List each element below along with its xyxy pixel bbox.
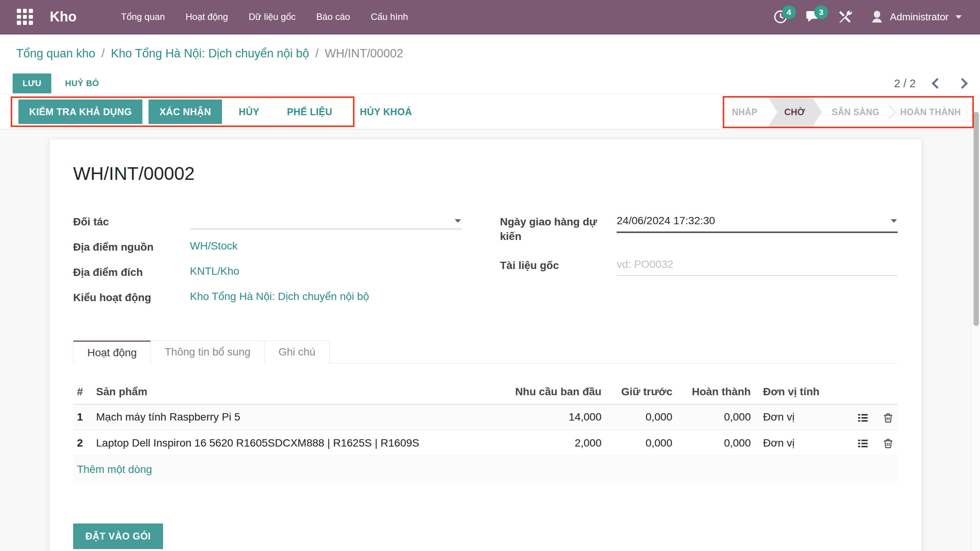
scheduled-date-value: 24/06/2024 17:32:30 <box>617 215 715 227</box>
table-row[interactable]: 2 Laptop Dell Inspiron 16 5620 R1605SDCX… <box>73 430 898 456</box>
breadcrumb-separator: / <box>101 47 105 60</box>
chevron-down-icon[interactable] <box>891 219 897 223</box>
partner-input[interactable] <box>190 214 462 229</box>
validate-button[interactable]: XÁC NHẬN <box>149 99 222 124</box>
debug-tools-button[interactable] <box>837 9 853 24</box>
state-draft[interactable]: NHÁP <box>722 96 768 128</box>
add-line-row: Thêm một dòng <box>73 456 898 483</box>
menu-reporting[interactable]: Báo cáo <box>309 0 358 34</box>
avatar <box>869 9 885 24</box>
control-panel: LƯU HUỶ BỎ 2 / 2 <box>0 73 980 94</box>
tab-notes[interactable]: Ghi chú <box>264 341 330 364</box>
breadcrumb-separator: / <box>315 47 319 60</box>
menu-configuration[interactable]: Cấu hình <box>363 0 415 34</box>
unlock-button[interactable]: HỦY KHOÁ <box>349 106 423 117</box>
row-reserved: 0,000 <box>605 430 676 456</box>
statusbar: KIỂM TRA KHẢ DỤNG XÁC NHẬN HỦY PHẾ LIỆU … <box>0 94 980 129</box>
user-menu[interactable]: Administrator <box>869 9 962 24</box>
pager-previous-icon[interactable] <box>932 78 942 89</box>
operation-type-label: Kiểu hoạt động <box>73 290 190 305</box>
source-location-value[interactable]: WH/Stock <box>190 239 462 253</box>
operation-type-value[interactable]: Kho Tổng Hà Nội: Dịch chuyển nội bộ <box>190 290 462 303</box>
put-in-pack-button[interactable]: ĐẶT VÀO GÓI <box>73 523 163 549</box>
row-index: 1 <box>73 404 92 430</box>
state-done[interactable]: HOÀN THÀNH <box>890 96 971 128</box>
row-product[interactable]: Mạch máy tính Raspberry Pi 5 <box>92 404 508 430</box>
detailed-operations-icon[interactable] <box>857 412 869 424</box>
scrollbar-track[interactable] <box>972 94 980 551</box>
add-line-link[interactable]: Thêm một dòng <box>73 456 898 483</box>
chevron-down-icon[interactable] <box>455 219 461 223</box>
delete-row-icon[interactable] <box>882 438 894 449</box>
move-lines-table: # Sản phẩm Nhu cầu ban đầu Giữ trước Hoà… <box>73 383 898 483</box>
detailed-operations-icon[interactable] <box>857 438 869 449</box>
header-done: Hoàn thành <box>676 383 755 404</box>
scrollbar-thumb[interactable] <box>973 112 979 326</box>
tab-additional-info[interactable]: Thông tin bổ sung <box>150 341 265 364</box>
row-uom[interactable]: Đơn vị <box>755 430 843 456</box>
row-demand[interactable]: 14,000 <box>508 404 605 430</box>
field-column-left: Đối tác Địa điểm nguồn WH/Stock Địa điểm… <box>73 214 462 315</box>
table-row[interactable]: 1 Mạch máy tính Raspberry Pi 5 14,000 0,… <box>73 404 898 430</box>
top-navbar: Kho Tổng quan Hoạt động Dữ liệu gốc Báo … <box>0 0 980 34</box>
discard-button[interactable]: HUỶ BỎ <box>63 78 101 89</box>
scheduled-date-input[interactable]: 24/06/2024 17:32:30 <box>617 214 898 233</box>
apps-grid-icon[interactable] <box>17 9 33 25</box>
breadcrumb-link-overview[interactable]: Tổng quan kho <box>16 47 95 60</box>
save-button[interactable]: LƯU <box>13 73 51 93</box>
chevron-down-icon <box>956 15 962 19</box>
source-document-label: Tài liệu gốc <box>500 258 617 273</box>
row-index: 2 <box>73 430 92 456</box>
notebook-tabs: Hoạt động Thông tin bổ sung Ghi chú <box>73 340 898 364</box>
form-sheet: WH/INT/00002 Đối tác Địa điểm nguồn WH/S… <box>49 139 922 551</box>
partner-label: Đối tác <box>73 214 190 229</box>
header-reserved: Giữ trước <box>605 383 676 404</box>
activities-badge: 4 <box>782 5 796 19</box>
header-icons <box>843 383 898 404</box>
pager: 2 / 2 <box>894 77 966 90</box>
row-uom[interactable]: Đơn vị <box>755 404 843 430</box>
field-operation-type: Kiểu hoạt động Kho Tổng Hà Nội: Dịch chu… <box>73 290 462 306</box>
scheduled-date-label: Ngày giao hàng dự kiến <box>500 214 617 244</box>
row-product[interactable]: Laptop Dell Inspiron 16 5620 R1605SDCXM8… <box>92 430 508 456</box>
navbar-systray: 4 3 Administrator <box>773 9 969 24</box>
tools-icon <box>837 9 853 24</box>
activities-button[interactable]: 4 <box>773 9 788 24</box>
source-location-label: Địa điểm nguồn <box>73 239 190 254</box>
source-document-input[interactable]: vd: PO0032 <box>617 258 898 276</box>
messages-button[interactable]: 3 <box>805 9 820 24</box>
row-demand[interactable]: 2,000 <box>508 430 605 456</box>
page-title: WH/INT/00002 <box>73 163 898 184</box>
header-index: # <box>73 383 92 404</box>
menu-master-data[interactable]: Dữ liệu gốc <box>241 0 304 34</box>
tab-operations[interactable]: Hoạt động <box>73 341 151 364</box>
row-done[interactable]: 0,000 <box>676 404 755 430</box>
field-column-right: Ngày giao hàng dự kiến 24/06/2024 17:32:… <box>500 214 898 315</box>
pager-next-icon[interactable] <box>957 78 968 89</box>
row-done[interactable]: 0,000 <box>676 430 755 456</box>
state-waiting[interactable]: CHỜ <box>768 96 822 128</box>
main-menu: Tổng quan Hoạt động Dữ liệu gốc Báo cáo … <box>113 0 416 34</box>
check-availability-button[interactable]: KIỂM TRA KHẢ DỤNG <box>18 99 142 124</box>
menu-operations[interactable]: Hoạt động <box>178 0 236 34</box>
dest-location-value[interactable]: KNTL/Kho <box>190 264 462 278</box>
breadcrumb-current: WH/INT/00002 <box>325 47 403 60</box>
scrap-button[interactable]: PHẾ LIỆU <box>276 106 343 117</box>
status-pipeline: NHÁP CHỜ SẴN SÀNG HOÀN THÀNH <box>722 96 971 128</box>
header-uom: Đơn vị tính <box>755 383 843 404</box>
statusbar-buttons: KIỂM TRA KHẢ DỤNG XÁC NHẬN HỦY PHẾ LIỆU … <box>18 99 423 124</box>
header-product: Sản phẩm <box>92 383 508 404</box>
breadcrumb-link-picking-type[interactable]: Kho Tổng Hà Nội: Dịch chuyển nội bộ <box>111 47 309 60</box>
content-area: WH/INT/00002 Đối tác Địa điểm nguồn WH/S… <box>0 129 980 551</box>
field-source-location: Địa điểm nguồn WH/Stock <box>73 239 462 255</box>
delete-row-icon[interactable] <box>882 412 894 424</box>
row-reserved: 0,000 <box>605 404 676 430</box>
cancel-button[interactable]: HỦY <box>228 106 270 117</box>
field-dest-location: Địa điểm đích KNTL/Kho <box>73 264 462 280</box>
app-brand[interactable]: Kho <box>50 9 77 25</box>
menu-overview[interactable]: Tổng quan <box>113 0 173 34</box>
breadcrumb: Tổng quan kho / Kho Tổng Hà Nội: Dịch ch… <box>0 34 980 73</box>
dest-location-label: Địa điểm đích <box>73 264 190 280</box>
state-ready[interactable]: SẴN SÀNG <box>822 96 890 128</box>
field-source-document: Tài liệu gốc vd: PO0032 <box>500 258 898 276</box>
